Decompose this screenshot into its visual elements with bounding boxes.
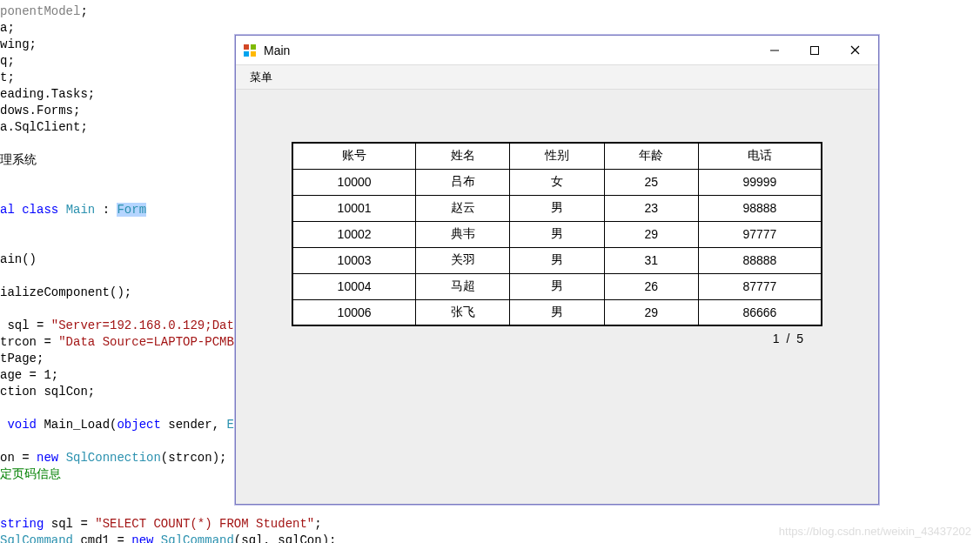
table-cell: 男	[510, 273, 604, 299]
menu-item[interactable]: 菜单	[243, 68, 279, 87]
svg-rect-0	[244, 44, 249, 50]
table-cell: 赵云	[416, 195, 510, 221]
table-cell: 男	[510, 195, 604, 221]
table-cell: 10000	[292, 169, 416, 195]
svg-rect-1	[251, 44, 256, 50]
table-cell: 关羽	[416, 247, 510, 273]
pager-label: 1 / 5	[292, 332, 822, 345]
table-cell: 99999	[698, 169, 822, 195]
table-cell: 女	[510, 169, 604, 195]
table-cell: 25	[604, 169, 698, 195]
table-row[interactable]: 10000吕布女2599999	[292, 169, 822, 195]
column-header: 账号	[292, 143, 416, 169]
minimize-button[interactable]	[755, 37, 795, 64]
table-cell: 87777	[698, 273, 822, 299]
svg-rect-5	[811, 46, 819, 54]
table-row[interactable]: 10003关羽男3188888	[292, 247, 822, 273]
table-cell: 23	[604, 195, 698, 221]
table-row[interactable]: 10001赵云男2398888	[292, 195, 822, 221]
svg-rect-3	[251, 51, 256, 57]
table-cell: 10001	[292, 195, 416, 221]
table-row[interactable]: 10002典韦男2997777	[292, 221, 822, 247]
table-cell: 男	[510, 299, 604, 325]
watermark: https://blog.csdn.net/weixin_43437202	[779, 525, 971, 538]
table-cell: 98888	[698, 195, 822, 221]
window-title: Main	[264, 44, 290, 57]
data-table: 账号姓名性别年龄电话 10000吕布女259999910001赵云男239888…	[292, 142, 822, 326]
maximize-button[interactable]	[795, 37, 835, 64]
close-button[interactable]	[835, 37, 875, 64]
table-cell: 男	[510, 247, 604, 273]
column-header: 年龄	[604, 143, 698, 169]
table-cell: 马超	[416, 273, 510, 299]
titlebar[interactable]: Main	[236, 36, 878, 65]
table-cell: 张飞	[416, 299, 510, 325]
table-cell: 29	[604, 299, 698, 325]
table-cell: 吕布	[416, 169, 510, 195]
app-icon	[243, 44, 257, 57]
menubar: 菜单	[236, 65, 878, 90]
client-area: 账号姓名性别年龄电话 10000吕布女259999910001赵云男239888…	[236, 90, 878, 504]
table-cell: 男	[510, 221, 604, 247]
table-cell: 10002	[292, 221, 416, 247]
table-cell: 88888	[698, 247, 822, 273]
table-row[interactable]: 10004马超男2687777	[292, 273, 822, 299]
column-header: 姓名	[416, 143, 510, 169]
table-cell: 10003	[292, 247, 416, 273]
svg-rect-2	[244, 51, 249, 57]
column-header: 性别	[510, 143, 604, 169]
main-window: Main 菜单 账号姓名性别年龄电话 10000吕布女259999910001赵…	[235, 35, 879, 505]
window-controls	[755, 37, 875, 64]
table-cell: 97777	[698, 221, 822, 247]
table-cell: 86666	[698, 299, 822, 325]
table-cell: 典韦	[416, 221, 510, 247]
table-cell: 31	[604, 247, 698, 273]
table-row[interactable]: 10006张飞男2986666	[292, 299, 822, 325]
column-header: 电话	[698, 143, 822, 169]
table-cell: 10006	[292, 299, 416, 325]
table-cell: 10004	[292, 273, 416, 299]
table-cell: 26	[604, 273, 698, 299]
table-cell: 29	[604, 221, 698, 247]
